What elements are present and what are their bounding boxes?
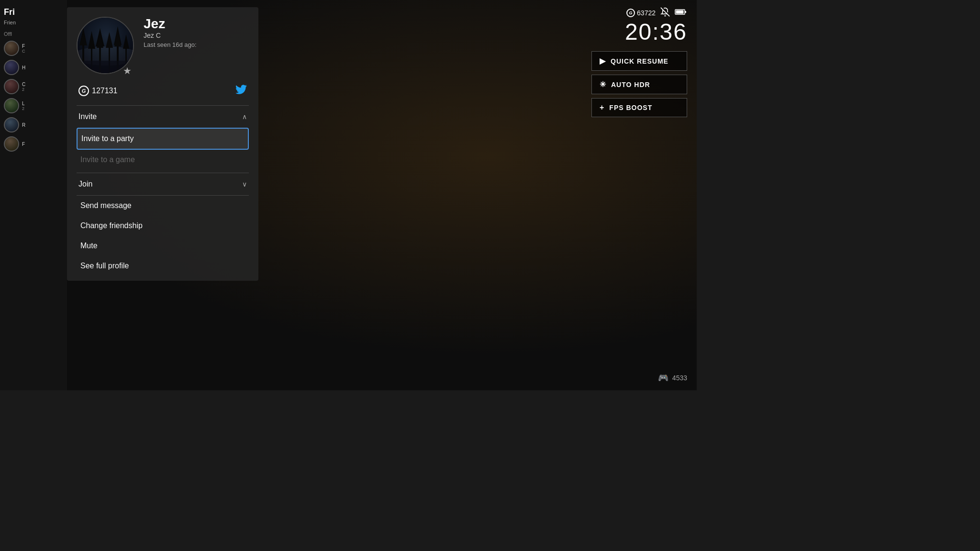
avatar (4, 136, 19, 152)
avatar (4, 98, 19, 113)
see-full-profile-button[interactable]: See full profile (77, 256, 249, 276)
profile-info: Jez Jez C Last seen 16d ago: (144, 17, 249, 48)
friend-name: L (22, 101, 63, 106)
friend-detail: C (22, 49, 63, 54)
gamerscore-icon: G (78, 86, 89, 96)
auto-hdr-label: AUTO HDR (611, 81, 650, 88)
friend-name: F (22, 44, 63, 49)
auto-hdr-button[interactable]: ✳ AUTO HDR (591, 75, 687, 94)
invite-to-game-label: Invite to a game (80, 155, 135, 164)
profile-popup: ★ Jez Jez C Last seen 16d ago: G 127131 … (67, 7, 258, 281)
favorite-star-icon: ★ (123, 65, 132, 77)
invite-to-party-label: Invite to a party (81, 134, 134, 143)
invite-section-header[interactable]: Invite ∧ (77, 106, 249, 128)
list-item[interactable]: C 2 (4, 79, 63, 94)
avatar (4, 117, 19, 132)
avatar (4, 60, 19, 75)
invite-to-game-button: Invite to a game (77, 150, 249, 170)
hud-mute-icon (660, 7, 670, 19)
avatar (4, 41, 19, 56)
chevron-up-icon: ∧ (242, 113, 247, 121)
hud-gamerscore-display: G 63722 (626, 9, 656, 17)
hud-gamerscore-value: 63722 (637, 9, 656, 17)
list-item[interactable]: F C (4, 41, 63, 56)
gamerscore-display: G 127131 (78, 86, 117, 96)
play-icon: ▶ (600, 56, 606, 66)
send-message-label: Send message (80, 201, 132, 209)
plus-icon: + (600, 103, 604, 112)
join-section: Join ∨ (77, 173, 249, 195)
invite-section-label: Invite (78, 112, 97, 121)
avatar (4, 79, 19, 94)
chevron-down-icon: ∨ (242, 180, 247, 188)
friends-panel-subtitle: Frien (4, 20, 63, 25)
change-friendship-label: Change friendship (80, 221, 143, 230)
friend-detail: 2 (22, 87, 63, 92)
svg-rect-21 (685, 11, 686, 13)
profile-stats: G 127131 (77, 84, 249, 98)
see-full-profile-label: See full profile (80, 262, 129, 270)
list-item[interactable]: R (4, 117, 63, 132)
change-friendship-button[interactable]: Change friendship (77, 216, 249, 236)
invite-section: Invite ∧ Invite to a party Invite to a g… (77, 105, 249, 173)
hud-overlay: G 63722 20:36 ▶ QUICK RESUME (591, 7, 687, 121)
profile-name: Jez (144, 17, 249, 32)
quick-resume-label: QUICK RESUME (611, 57, 668, 65)
friends-offline-label: Offl (4, 31, 63, 37)
join-section-label: Join (78, 180, 92, 188)
twitter-icon[interactable] (235, 84, 247, 98)
friend-name: H (22, 65, 63, 70)
mute-label: Mute (80, 242, 98, 250)
hud-gamerscore-icon: G (626, 9, 635, 17)
invite-items: Invite to a party Invite to a game (77, 128, 249, 173)
other-menu-items: Send message Change friendship Mute See … (77, 195, 249, 276)
friend-detail: 2 (22, 106, 63, 111)
join-section-header[interactable]: Join ∨ (77, 173, 249, 195)
hud-clock: 20:36 (591, 21, 687, 44)
list-item[interactable]: L 2 (4, 98, 63, 113)
friends-panel: Fri Frien Offl F C H C 2 L 2 R (0, 0, 67, 390)
gamerscore-value: 127131 (92, 87, 117, 95)
profile-avatar-container: ★ (77, 17, 134, 74)
svg-rect-20 (676, 11, 684, 14)
hud-bottom-right: 🎮 4533 (658, 373, 687, 383)
friend-name: R (22, 122, 63, 128)
profile-last-seen: Last seen 16d ago: (144, 41, 249, 48)
list-item[interactable]: F (4, 136, 63, 152)
invite-to-party-button[interactable]: Invite to a party (77, 128, 249, 150)
profile-gamertag: Jez C (144, 32, 249, 39)
profile-header: ★ Jez Jez C Last seen 16d ago: (77, 17, 249, 74)
quick-resume-button[interactable]: ▶ QUICK RESUME (591, 51, 687, 71)
send-message-button[interactable]: Send message (77, 196, 249, 216)
fps-boost-label: FPS BOOST (609, 104, 652, 111)
hdr-icon: ✳ (600, 80, 606, 89)
friend-name: F (22, 142, 63, 147)
fps-boost-button[interactable]: + FPS BOOST (591, 98, 687, 117)
mute-button[interactable]: Mute (77, 236, 249, 256)
controller-score: 4533 (672, 374, 687, 382)
hud-status-row: G 63722 (591, 7, 687, 19)
svg-line-18 (661, 8, 669, 16)
friends-panel-title: Fri (4, 7, 63, 17)
controller-icon: 🎮 (658, 373, 668, 383)
list-item[interactable]: H (4, 60, 63, 75)
hud-battery-icon (675, 8, 687, 18)
friend-name: C (22, 82, 63, 87)
